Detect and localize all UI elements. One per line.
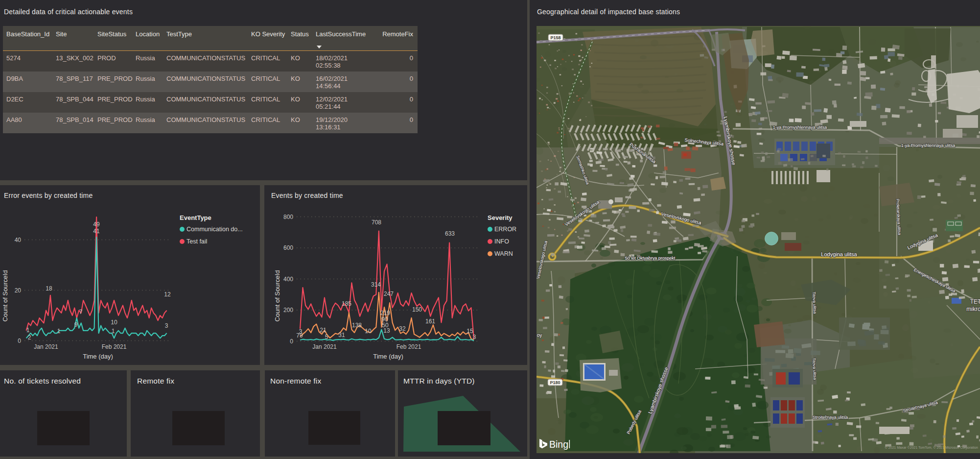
svg-text:1-ya Promyshlennaya ulitsa: 1-ya Promyshlennaya ulitsa [773,125,827,130]
svg-text:708: 708 [372,219,381,226]
svg-text:800: 800 [283,214,293,220]
svg-text:2: 2 [28,334,31,341]
svg-text:TET: TET [970,298,980,305]
svg-text:9: 9 [74,321,78,328]
svg-text:219: 219 [380,310,390,316]
svg-text:13: 13 [383,327,390,334]
svg-text:3: 3 [473,334,476,340]
svg-text:Feb 2021: Feb 2021 [102,343,127,350]
svg-text:21: 21 [320,327,327,334]
svg-text:185: 185 [342,300,351,307]
svg-text:600: 600 [283,244,293,251]
svg-text:49: 49 [93,221,100,228]
svg-text:12: 12 [164,291,171,298]
svg-text:Bing: Bing [549,439,568,450]
svg-text:20: 20 [15,287,22,294]
svg-text:3: 3 [299,328,303,335]
svg-text:Time (day): Time (day) [83,353,113,360]
svg-text:138: 138 [352,322,362,329]
svg-text:mikro: mikro [966,306,980,313]
svg-text:7: 7 [79,309,83,315]
svg-text:50 let Oktyabrya prospekt: 50 let Oktyabrya prospekt [625,256,676,261]
svg-text:10: 10 [365,328,372,335]
svg-text:633: 633 [445,230,455,237]
svg-text:150: 150 [412,306,422,313]
svg-text:200: 200 [283,307,293,314]
svg-text:314: 314 [371,281,381,288]
svg-text:161: 161 [425,318,435,325]
svg-text:18: 18 [46,285,52,292]
svg-text:Jan 2021: Jan 2021 [34,343,58,350]
svg-text:10: 10 [111,319,117,326]
svg-text:Count of SourceId: Count of SourceId [274,270,281,322]
svg-text:400: 400 [283,276,293,283]
svg-text:32: 32 [399,325,406,332]
svg-text:Feb 2021: Feb 2021 [397,343,421,350]
svg-text:0: 0 [18,338,21,344]
svg-text:Count of SourceId: Count of SourceId [1,270,9,322]
svg-text:31: 31 [338,332,345,338]
svg-text:40: 40 [15,237,22,243]
svg-text:41: 41 [93,228,100,235]
svg-text:P180: P180 [550,380,560,385]
svg-text:5: 5 [325,334,328,340]
svg-text:© 2021 Maxar ©2021 TomTom, © 2: © 2021 Maxar ©2021 TomTom, © 2021 Micros… [885,446,979,450]
svg-text:1-ya Promyshlennaya ulitsa: 1-ya Promyshlennaya ulitsa [901,143,956,148]
svg-text:oy: oy [537,333,542,338]
svg-text:Lodygina ulitsa: Lodygina ulitsa [821,251,857,257]
svg-text:Time (day): Time (day) [373,353,403,360]
svg-text:P158: P158 [550,35,560,40]
svg-text:1: 1 [26,327,30,334]
svg-text:247: 247 [384,290,394,297]
svg-text:Stroitel'naya ulitsa: Stroitel'naya ulitsa [813,415,848,420]
svg-text:3: 3 [165,322,168,329]
svg-text:1: 1 [112,328,115,335]
svg-text:0: 0 [290,338,293,345]
svg-text:Jan 2021: Jan 2021 [312,343,337,350]
svg-text:1: 1 [57,328,61,335]
